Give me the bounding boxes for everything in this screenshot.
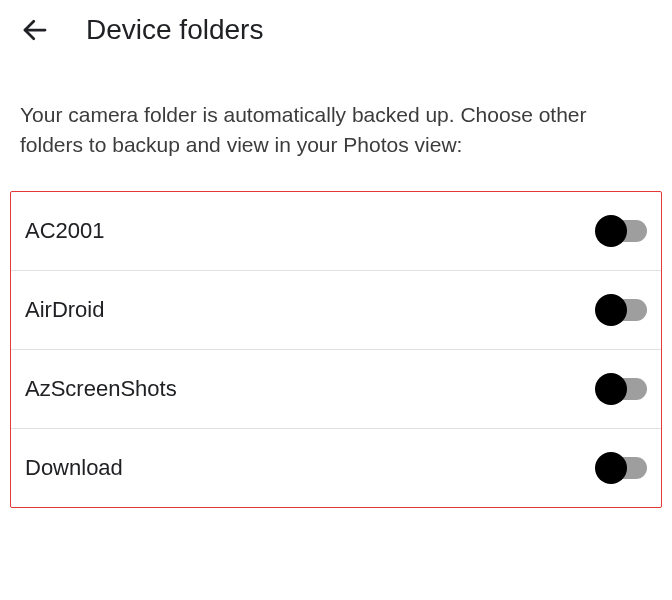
folder-label: AC2001 [25, 218, 105, 244]
toggle-knob [595, 373, 627, 405]
toggle-knob [595, 452, 627, 484]
toggle-knob [595, 215, 627, 247]
folder-item: AzScreenShots [11, 350, 661, 429]
folder-toggle[interactable] [599, 220, 647, 242]
page-title: Device folders [86, 14, 263, 46]
toggle-knob [595, 294, 627, 326]
folder-item: AC2001 [11, 192, 661, 271]
folder-toggle[interactable] [599, 299, 647, 321]
folder-toggle[interactable] [599, 378, 647, 400]
header: Device folders [0, 0, 672, 60]
folder-item: AirDroid [11, 271, 661, 350]
folder-toggle[interactable] [599, 457, 647, 479]
folder-list: AC2001 AirDroid AzScreenShots Download [10, 191, 662, 508]
folder-label: AzScreenShots [25, 376, 177, 402]
folder-label: Download [25, 455, 123, 481]
folder-item: Download [11, 429, 661, 507]
description-text: Your camera folder is automatically back… [0, 60, 672, 181]
folder-label: AirDroid [25, 297, 104, 323]
back-arrow-icon[interactable] [20, 15, 50, 45]
